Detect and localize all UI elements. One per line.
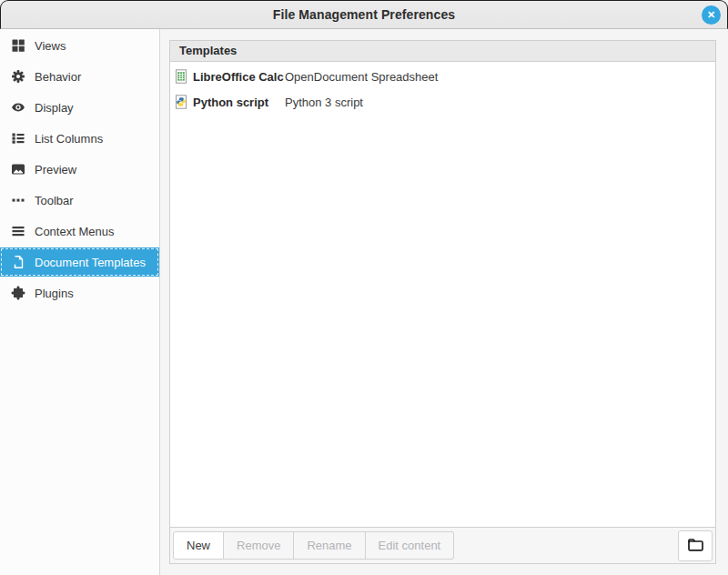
template-row-libreoffice-calc[interactable]: LibreOffice Calc OpenDocument Spreadshee… (170, 64, 715, 89)
sidebar: Views Behavior (0, 29, 160, 575)
templates-list: LibreOffice Calc OpenDocument Spreadshee… (170, 62, 715, 527)
spreadsheet-icon (174, 69, 188, 84)
open-templates-folder-button[interactable] (678, 530, 713, 561)
sidebar-item-label: Document Templates (35, 256, 146, 269)
python-icon (174, 95, 188, 109)
templates-toolbar: New Remove Rename Edit content (170, 527, 715, 563)
remove-button[interactable]: Remove (224, 531, 294, 560)
sidebar-item-label: Context Menus (35, 225, 114, 238)
document-icon (11, 255, 25, 269)
template-name: LibreOffice Calc (193, 70, 285, 84)
sidebar-item-preview[interactable]: Preview (0, 155, 159, 184)
template-row-python-script[interactable]: Python script Python 3 script (170, 89, 715, 115)
edit-content-button[interactable]: Edit content (366, 531, 455, 560)
sidebar-item-views[interactable]: Views (0, 31, 159, 60)
template-description: OpenDocument Spreadsheet (285, 70, 438, 84)
menu-lines-icon (11, 224, 25, 238)
list-columns-icon (11, 131, 25, 146)
ellipsis-icon (11, 193, 25, 207)
sidebar-item-label: Preview (35, 163, 76, 177)
sidebar-item-label: Toolbar (35, 194, 74, 207)
titlebar[interactable]: File Management Preferences ✕ (0, 0, 728, 29)
sidebar-item-label: Plugins (35, 287, 74, 300)
close-button[interactable]: ✕ (702, 5, 721, 25)
rename-button[interactable]: Rename (294, 531, 365, 560)
sidebar-item-label: Behavior (35, 70, 81, 84)
template-actions-group: New Remove Rename Edit content (173, 531, 454, 560)
template-name: Python script (193, 96, 285, 109)
main-area: Templates (160, 29, 728, 575)
sidebar-item-document-templates[interactable]: Document Templates (0, 247, 159, 277)
sidebar-item-behavior[interactable]: Behavior (0, 62, 159, 91)
window-title: File Management Preferences (273, 7, 455, 22)
puzzle-icon (11, 286, 25, 300)
templates-column-header[interactable]: Templates (170, 41, 715, 62)
image-icon (11, 162, 25, 177)
grid-icon (11, 38, 25, 53)
sidebar-item-plugins[interactable]: Plugins (0, 278, 159, 308)
sidebar-item-list-columns[interactable]: List Columns (0, 124, 159, 153)
folder-icon (687, 537, 704, 555)
sidebar-item-label: List Columns (35, 132, 103, 146)
eye-icon (11, 100, 25, 115)
template-description: Python 3 script (285, 96, 363, 109)
preferences-window: File Management Preferences ✕ Views (0, 0, 728, 575)
sidebar-item-context-menus[interactable]: Context Menus (0, 217, 159, 246)
window-body: Views Behavior (0, 29, 728, 575)
sidebar-item-toolbar[interactable]: Toolbar (0, 186, 159, 215)
sidebar-item-display[interactable]: Display (0, 93, 159, 122)
templates-panel: Templates (169, 40, 716, 564)
gear-icon (11, 69, 25, 84)
close-icon: ✕ (707, 10, 715, 20)
sidebar-item-label: Views (35, 39, 66, 53)
sidebar-item-label: Display (35, 101, 74, 115)
new-button[interactable]: New (173, 531, 224, 560)
